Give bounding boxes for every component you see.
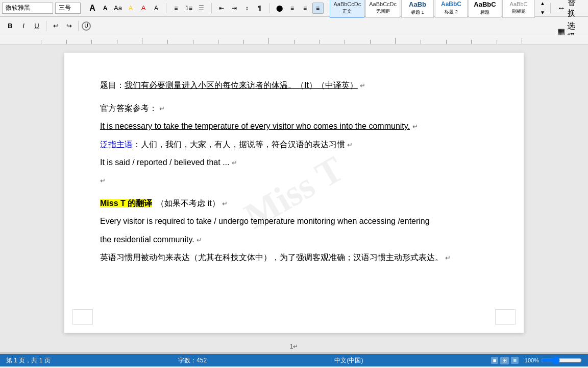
official-answer-text: It is necessary to take the temperature … (100, 122, 410, 130)
miss-t-translation1: Every visitor is required to take / unde… (100, 217, 430, 225)
zoom-level: 100% (525, 357, 539, 363)
align-left-icon[interactable]: ⬤ (274, 3, 285, 14)
replace-button[interactable]: ↔ 替换 (556, 0, 583, 19)
title-underlined: 我们有必要测量进入小区的每位来访者的体温。（It）（中译英） (125, 81, 358, 89)
web-layout-btn[interactable]: ⊞ (500, 357, 509, 364)
page-content: 题目：我们有必要测量进入小区的每位来访者的体温。（It）（中译英） ↵ 官方答案… (100, 78, 488, 264)
footer-left-box (72, 309, 93, 325)
replace-label: 替换 (568, 0, 581, 19)
font-size-selector[interactable]: 三号 (55, 3, 81, 14)
format-sep (46, 21, 46, 31)
undo-button[interactable]: ↩ (50, 20, 62, 32)
miss-t-label: Miss T 的翻译 (100, 199, 152, 208)
styles-scroll-up[interactable]: ▲ (537, 0, 548, 8)
page: Miss T 题目：我们有必要测量进入小区的每位来访者的体温。（It）（中译英）… (64, 53, 524, 333)
bold-button[interactable]: B (4, 20, 16, 32)
grow-font-icon[interactable]: A (87, 3, 98, 14)
ribbon-separator4 (328, 3, 328, 13)
title-text: 题目：我们有必要测量进入小区的每位来访者的体温。（It）（中译英） (100, 81, 360, 89)
enter-mark-miss-t: ↵ (222, 200, 228, 208)
justify-icon[interactable]: ≡ (312, 3, 324, 14)
gap2 (100, 191, 488, 196)
highlight-icon[interactable]: A (125, 3, 136, 14)
view-buttons: ■ ⊞ ≡ 100% (491, 356, 582, 364)
underline-button[interactable]: U (31, 20, 43, 32)
more-font-icon[interactable]: A (151, 3, 162, 14)
vague-subject-line: 泛指主语：人们，我们，大家，有人，据说等，符合汉语的表达习惯 ↵ (100, 137, 488, 151)
page-status: 第 1 页，共 1 页 (6, 356, 51, 365)
miss-t-label-line: Miss T 的翻译（如果不考虑 it） ↵ (100, 196, 488, 210)
zoom-slider[interactable] (541, 356, 582, 364)
it-patterns-line: It is said / reported / believed that ..… (100, 155, 488, 169)
ribbon-separator (166, 3, 166, 13)
enter-mark-empty: ↵ (100, 177, 106, 185)
style-no-spacing[interactable]: AaBbCcDc 无间距 (365, 0, 400, 18)
vague-subject-content: ：人们，我们，大家，有人，据说等，符合汉语的表达习惯 (133, 140, 345, 149)
page-number-bar: 1↵ (0, 341, 588, 352)
enter-mark-miss-t2: ↵ (197, 236, 202, 244)
official-answer-label: 官方答案参考： (100, 104, 157, 112)
miss-t-translation-line2: the residential community. ↵ (100, 233, 488, 246)
change-case-icon[interactable]: Aa (112, 3, 124, 14)
format-sep2 (78, 21, 79, 31)
sort-icon[interactable]: ↕ (241, 3, 253, 14)
miss-t-translation-line1: Every visitor is required to take / unde… (100, 214, 488, 228)
enter-mark-official-label: ↵ (159, 105, 165, 112)
miss-t-note: （如果不考虑 it） (156, 199, 219, 208)
show-hide-icon[interactable]: ¶ (254, 3, 265, 14)
grammar-note-line: 英语习惯用被动句来表达（尤其在科技文体中），为了强调客观准确；汉语习惯主动形式表… (100, 250, 488, 264)
enter-mark-it: ↵ (232, 159, 237, 167)
align-right-icon[interactable]: ≡ (300, 3, 311, 14)
increase-indent-icon[interactable]: ⇥ (229, 3, 240, 14)
styles-scroll-down[interactable]: ▼ (537, 8, 548, 17)
redo-button[interactable]: ↪ (63, 20, 75, 32)
enter-mark-title: ↵ (360, 82, 365, 89)
font-name-selector[interactable]: 微软雅黑 (2, 3, 53, 14)
miss-t-translation2: the residential community. (100, 235, 194, 244)
italic-button[interactable]: I (17, 20, 30, 32)
grammar-note-text: 英语习惯用被动句来表达（尤其在科技文体中），为了强调客观准确；汉语习惯主动形式表… (100, 253, 443, 262)
align-center-icon[interactable]: ≡ (287, 3, 298, 14)
enter-mark-official-answer: ↵ (412, 123, 418, 130)
word-count: 字数：452 (178, 356, 207, 365)
decrease-indent-icon[interactable]: ⇤ (216, 3, 227, 14)
format-toolbar: B I U ↩ ↪ U (0, 17, 588, 35)
style-normal[interactable]: AaBbCcDc 正文 (330, 0, 364, 18)
style-heading2[interactable]: AaBbC 标题 2 (435, 0, 468, 18)
replace-icon: ↔ (557, 4, 566, 13)
official-answer-line: It is necessary to take the temperature … (100, 119, 488, 133)
bullets-icon[interactable]: ≡ (170, 3, 182, 14)
vague-subject-label: 泛指主语 (100, 140, 133, 149)
page-footer (64, 309, 524, 325)
document-area: Miss T 题目：我们有必要测量进入小区的每位来访者的体温。（It）（中译英）… (0, 44, 588, 341)
read-layout-btn[interactable]: ≡ (511, 357, 518, 364)
style-title[interactable]: AaBbC 标题 (469, 0, 501, 18)
status-bar: 第 1 页，共 1 页 字数：452 中文(中国) ■ ⊞ ≡ 100% (0, 354, 588, 366)
gap1 (100, 96, 488, 101)
footer-right-box (495, 309, 516, 325)
style-subtitle[interactable]: AaBbC 副标题 (502, 0, 535, 18)
title-line: 题目：我们有必要测量进入小区的每位来访者的体温。（It）（中译英） ↵ (100, 78, 488, 92)
styles-sep (550, 3, 551, 13)
page-num: 1 (290, 343, 293, 350)
ribbon-separator3 (270, 3, 270, 13)
official-answer-label-line: 官方答案参考： ↵ (100, 101, 488, 115)
enter-mark-vague: ↵ (347, 141, 353, 149)
shrink-font-icon[interactable]: A (100, 3, 111, 14)
style-heading1[interactable]: AaBb 标题 1 (401, 0, 434, 18)
multilevel-icon[interactable]: ☰ (196, 3, 207, 14)
styles-group: AaBbCcDc 正文 AaBbCcDc 无间距 AaBb 标题 1 AaBbC… (330, 0, 548, 18)
page-number-text: 1↵ (290, 343, 299, 350)
numbering-icon[interactable]: 1≡ (183, 3, 194, 14)
empty-line: ↵ (100, 173, 488, 187)
ruler (0, 35, 588, 44)
ribbon-separator2 (211, 3, 212, 13)
it-patterns-text: It is said / reported / believed that ..… (100, 158, 229, 167)
font-color-icon[interactable]: A (138, 3, 149, 14)
circle-icon: U (82, 21, 91, 31)
enter-mark-grammar: ↵ (445, 254, 451, 262)
language: 中文(中国) (334, 356, 363, 365)
print-layout-btn[interactable]: ■ (491, 357, 499, 364)
